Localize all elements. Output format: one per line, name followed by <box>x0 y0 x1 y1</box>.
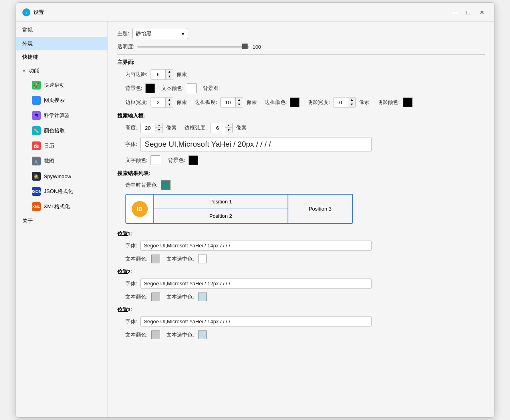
position2-preview: Position 2 <box>154 209 288 223</box>
shadow-width-up[interactable]: ▲ <box>348 98 355 102</box>
border-width-down[interactable]: ▼ <box>166 102 173 107</box>
pos3-font-label: 字体: <box>125 318 137 325</box>
input-radius-label: 边框弧度: <box>185 124 207 131</box>
input-radius-spinbox[interactable]: ▲ ▼ <box>210 123 233 133</box>
height-unit: 像素 <box>166 124 177 131</box>
sidebar-label-shortcuts: 快捷键 <box>22 54 38 61</box>
search-text-color-swatch[interactable] <box>151 155 160 165</box>
pos3-selected-color-swatch[interactable] <box>198 330 207 339</box>
shadow-width-label: 阴影宽度: <box>308 99 330 106</box>
sidebar-item-colorpicker[interactable]: ✏️ 颜色拾取 <box>16 123 107 138</box>
sidebar-label-appearance: 外观 <box>22 40 33 47</box>
theme-dropdown[interactable]: 静怡黑 ▾ <box>132 28 188 39</box>
pos2-text-color-swatch[interactable] <box>151 293 160 301</box>
colorpicker-icon: ✏️ <box>32 126 41 135</box>
pos2-selected-color-swatch[interactable] <box>198 293 207 301</box>
position1-preview: Position 1 <box>154 195 288 209</box>
main-content: 主题: 静怡黑 ▾ 透明度: 100 主界面: <box>108 22 494 417</box>
pos2-font-row: 字体: Segoe UI,Microsoft YaHei / 12px / / … <box>117 279 485 289</box>
sidebar-item-features[interactable]: ∨ 功能 <box>16 64 107 78</box>
height-down[interactable]: ▼ <box>155 128 163 133</box>
height-up[interactable]: ▲ <box>155 123 163 128</box>
sidebar-item-websearch[interactable]: 🌐 网页搜索 <box>16 93 107 108</box>
selected-bg-row: 选中时背景色: <box>117 180 485 190</box>
pos3-text-color-swatch[interactable] <box>151 330 160 339</box>
content-margin-spinbox[interactable]: ▲ ▼ <box>151 69 173 80</box>
spinbox-down-arrow[interactable]: ▼ <box>166 74 173 79</box>
sidebar-label-screenshot: 截图 <box>44 157 54 165</box>
shadow-width-input[interactable] <box>333 99 348 106</box>
border-radius-label: 边框弧度: <box>195 99 217 106</box>
shadow-width-spinbox[interactable]: ▲ ▼ <box>333 97 356 107</box>
close-button[interactable]: ✕ <box>476 8 488 17</box>
sidebar-item-spywindow[interactable]: 🕵 SpyWindow <box>16 169 107 184</box>
pos1-font-label: 字体: <box>125 242 137 249</box>
sidebar-label-features: 功能 <box>29 67 39 74</box>
calendar-icon: 📅 <box>32 141 41 150</box>
sidebar-item-calculator[interactable]: ⊞ 科学计算器 <box>16 108 107 123</box>
sidebar-item-screenshot[interactable]: ✂️ 截图 <box>16 153 107 169</box>
border-radius-input[interactable] <box>221 99 235 106</box>
sidebar-item-xml[interactable]: XML XML格式化 <box>16 199 107 214</box>
selected-bg-swatch[interactable] <box>161 180 171 190</box>
content-margin-input[interactable] <box>151 71 165 78</box>
border-width-up[interactable]: ▲ <box>166 98 173 102</box>
border-width-input[interactable] <box>151 99 165 106</box>
pos1-font-display[interactable]: Segoe UI,Microsoft YaHei / 14px / / / / <box>140 241 372 251</box>
result-preview: ID Position 1 Position 2 Position 3 <box>125 194 353 224</box>
border-radius-down[interactable]: ▼ <box>236 102 243 107</box>
divider-1 <box>117 54 485 55</box>
border-width-unit: 像素 <box>177 99 187 106</box>
sidebar-item-json[interactable]: JSON JSON格式化 <box>16 184 107 199</box>
opacity-label: 透明度: <box>117 43 135 50</box>
height-spinbox[interactable]: ▲ ▼ <box>140 123 163 133</box>
pos1-selected-color-swatch[interactable] <box>198 255 207 263</box>
pos2-color-row: 文本颜色: 文本选中色: <box>117 293 485 301</box>
search-text-color-label: 文字颜色: <box>125 157 148 164</box>
results-title: 搜索结果列表: <box>117 170 485 177</box>
border-color-swatch[interactable] <box>290 98 300 107</box>
shadow-width-unit: 像素 <box>359 99 369 106</box>
content-margin-unit: 像素 <box>177 71 187 78</box>
sidebar-item-calendar[interactable]: 📅 日历 <box>16 138 107 153</box>
maximize-button[interactable]: □ <box>462 8 474 17</box>
search-bg-color-swatch[interactable] <box>189 155 198 165</box>
sidebar: 常规 外观 快捷键 ∨ 功能 🚀 快速启动 🌐 网页搜索 ⊞ 科学计 <box>16 22 108 417</box>
spinbox-up-arrow[interactable]: ▲ <box>166 70 173 74</box>
pos3-font-display[interactable]: Segoe UI,Microsoft YaHei / 14px / / / / <box>140 316 372 326</box>
pos2-font-label: 字体: <box>125 280 137 287</box>
sidebar-label-quickstart: 快速启动 <box>44 82 65 89</box>
sidebar-item-shortcuts[interactable]: 快捷键 <box>16 50 107 64</box>
border-radius-unit: 像素 <box>246 99 257 106</box>
pos3-text-color-label: 文本颜色: <box>125 331 148 338</box>
bg-color-swatch[interactable] <box>145 84 155 93</box>
input-radius-up[interactable]: ▲ <box>225 123 232 128</box>
sidebar-item-general[interactable]: 常规 <box>16 23 107 37</box>
input-radius-input[interactable] <box>210 124 225 132</box>
shadow-color-swatch[interactable] <box>403 98 413 107</box>
opacity-slider[interactable] <box>137 46 249 48</box>
input-radius-down[interactable]: ▼ <box>225 128 232 133</box>
search-font-display[interactable]: Segoe UI,Microsoft YaHei / 20px / / / / <box>140 137 372 151</box>
pos1-text-color-label: 文本颜色: <box>125 255 148 263</box>
shadow-width-down[interactable]: ▼ <box>348 102 355 107</box>
pos1-text-color-swatch[interactable] <box>151 255 160 263</box>
pos3-color-row: 文本颜色: 文本选中色: <box>117 330 485 339</box>
sidebar-item-appearance[interactable]: 外观 <box>16 37 107 50</box>
theme-label: 主题: <box>117 30 129 37</box>
border-radius-up[interactable]: ▲ <box>236 98 243 102</box>
sidebar-item-about[interactable]: 关于 <box>16 214 107 228</box>
slider-thumb <box>242 44 248 49</box>
spywindow-icon: 🕵 <box>32 172 41 181</box>
border-radius-spinbox[interactable]: ▲ ▼ <box>220 97 243 107</box>
sidebar-item-quickstart[interactable]: 🚀 快速启动 <box>16 78 107 93</box>
border-width-spinbox[interactable]: ▲ ▼ <box>151 97 173 107</box>
sidebar-label-calculator: 科学计算器 <box>44 112 70 119</box>
minimize-button[interactable]: — <box>449 8 461 17</box>
pos2-font-display[interactable]: Segoe UI,Microsoft YaHei / 12px / / / / <box>140 279 372 289</box>
theme-value: 静怡黑 <box>136 30 151 37</box>
search-input-title: 搜索输入框: <box>117 112 485 119</box>
height-input[interactable] <box>141 124 155 132</box>
pos3-section: 位置3: 字体: Segoe UI,Microsoft YaHei / 14px… <box>117 306 485 339</box>
text-color-swatch[interactable] <box>187 84 196 93</box>
